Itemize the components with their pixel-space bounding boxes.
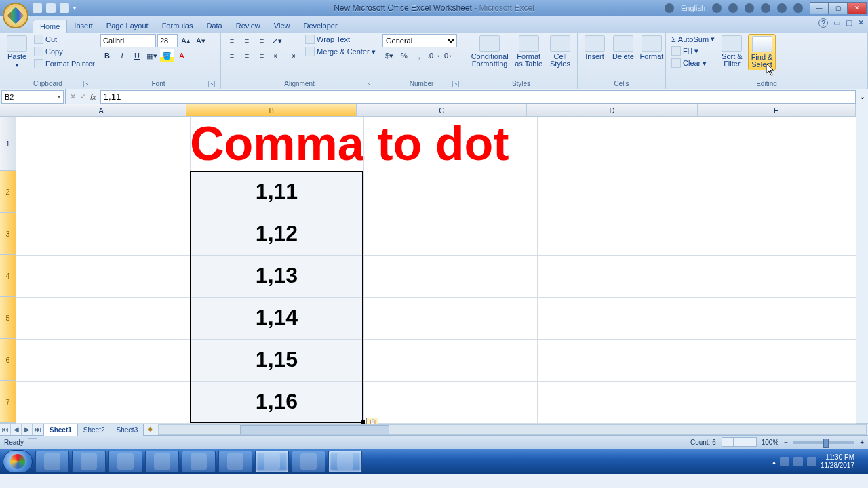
prev-sheet-icon[interactable]: ◀ <box>11 424 22 435</box>
cancel-formula-icon[interactable]: ✕ <box>70 92 76 101</box>
language-label[interactable]: English <box>681 4 705 12</box>
tab-formulas[interactable]: Formulas <box>155 20 200 33</box>
cell-b6[interactable]: 1,15 <box>190 347 363 372</box>
maximize-button[interactable]: ▢ <box>829 2 848 14</box>
taskbar-explorer[interactable] <box>72 451 106 472</box>
format-painter-button[interactable]: Format Painter <box>33 58 96 69</box>
minimize-button[interactable]: — <box>810 2 829 14</box>
row-head-1[interactable]: 1 <box>0 117 16 171</box>
name-box[interactable]: B2▾ <box>1 90 64 104</box>
row-head-7[interactable]: 7 <box>0 381 16 423</box>
first-sheet-icon[interactable]: ⏮ <box>0 424 11 435</box>
clock-icon[interactable] <box>793 3 803 13</box>
close-workbook-icon[interactable]: ✕ <box>858 18 864 28</box>
align-bottom-icon[interactable]: ≡ <box>255 34 269 47</box>
cell-b7[interactable]: 1,16 <box>190 389 363 414</box>
tab-view[interactable]: View <box>267 20 297 33</box>
accounting-format-icon[interactable]: $▾ <box>382 49 396 62</box>
next-sheet-icon[interactable]: ▶ <box>22 424 33 435</box>
number-format-select[interactable]: General <box>382 34 457 47</box>
redo-icon[interactable] <box>60 3 69 13</box>
title-cell[interactable]: Comma to dot <box>190 117 509 171</box>
refresh-icon[interactable] <box>665 3 674 13</box>
volume-icon[interactable] <box>807 457 816 466</box>
select-all-corner[interactable] <box>0 104 16 117</box>
paste-button[interactable]: Paste▾ <box>4 34 30 70</box>
expand-formula-bar-icon[interactable]: ⌄ <box>856 92 868 101</box>
row-head-3[interactable]: 3 <box>0 213 16 255</box>
formula-input[interactable] <box>100 90 856 104</box>
percent-format-icon[interactable]: % <box>397 49 411 62</box>
increase-indent-icon[interactable]: ⇥ <box>285 49 298 62</box>
col-head-E[interactable]: E <box>698 104 856 117</box>
taskbar-mail[interactable] <box>145 451 179 472</box>
system-clock[interactable]: 11:30 PM11/28/2017 <box>821 453 854 470</box>
format-cells-button[interactable]: Format <box>639 34 665 62</box>
col-head-D[interactable]: D <box>527 104 697 117</box>
zoom-level[interactable]: 100% <box>762 439 779 446</box>
row-head-5[interactable]: 5 <box>0 297 16 339</box>
grow-font-icon[interactable]: A▴ <box>179 34 193 47</box>
cut-button[interactable]: Cut <box>33 34 96 45</box>
row-head-4[interactable]: 4 <box>0 255 16 297</box>
show-hidden-icon[interactable]: ▴ <box>772 458 776 466</box>
bold-button[interactable]: B <box>100 49 114 62</box>
align-middle-icon[interactable]: ≡ <box>240 34 254 47</box>
cell-grid[interactable]: Comma to dot 📋1,111,121,131,141,151,16 <box>16 117 856 423</box>
zoom-slider[interactable] <box>793 441 854 444</box>
decrease-decimal-icon[interactable]: .0← <box>442 49 456 62</box>
fill-button[interactable]: Fill ▾ <box>670 45 716 56</box>
border-button[interactable]: ▦▾ <box>145 49 159 62</box>
comma-format-icon[interactable]: , <box>412 49 426 62</box>
vertical-scrollbar[interactable] <box>856 104 868 423</box>
zoom-in-icon[interactable]: + <box>860 439 864 446</box>
format-as-table-button[interactable]: Format as Table <box>513 34 545 69</box>
tab-developer[interactable]: Developer <box>296 20 344 33</box>
row-head-2[interactable]: 2 <box>0 171 16 213</box>
cell-b5[interactable]: 1,14 <box>190 305 363 330</box>
start-button[interactable] <box>3 450 33 473</box>
insert-cells-button[interactable]: Insert <box>582 34 608 62</box>
sheet-tab-sheet3[interactable]: Sheet3 <box>111 424 144 436</box>
battery-icon[interactable] <box>793 457 803 466</box>
help-icon[interactable] <box>728 3 738 13</box>
restore-window-icon[interactable]: ▢ <box>846 18 852 28</box>
autosum-button[interactable]: Σ AutoSum ▾ <box>670 34 716 44</box>
find-select-button[interactable]: Find & Select <box>748 34 776 70</box>
taskbar-excel[interactable] <box>328 451 362 472</box>
enter-formula-icon[interactable]: ✓ <box>80 92 86 101</box>
save-icon[interactable] <box>33 3 42 13</box>
last-sheet-icon[interactable]: ⏭ <box>33 424 43 435</box>
settings-icon[interactable] <box>745 3 754 13</box>
taskbar-ie[interactable] <box>35 451 69 472</box>
network-icon[interactable] <box>780 457 789 466</box>
font-size-input[interactable] <box>157 34 178 47</box>
decrease-indent-icon[interactable]: ⇤ <box>270 49 283 62</box>
taskbar-chrome[interactable] <box>218 451 252 472</box>
col-head-A[interactable]: A <box>16 104 186 117</box>
fx-icon[interactable]: fx <box>90 93 96 101</box>
taskbar-capture[interactable] <box>292 451 326 472</box>
col-head-B[interactable]: B <box>186 104 357 117</box>
cell-b4[interactable]: 1,13 <box>190 263 363 288</box>
sheet-tab-sheet2[interactable]: Sheet2 <box>77 424 111 436</box>
increase-decimal-icon[interactable]: .0→ <box>427 49 441 62</box>
align-left-icon[interactable]: ≡ <box>225 49 239 62</box>
zoom-out-icon[interactable]: − <box>784 439 788 446</box>
tab-insert[interactable]: Insert <box>67 20 100 33</box>
sort-filter-button[interactable]: Sort & Filter <box>719 34 745 69</box>
taskbar-media[interactable] <box>108 451 142 472</box>
underline-button[interactable]: U <box>130 49 144 62</box>
close-button[interactable]: ✕ <box>848 2 867 14</box>
cell-styles-button[interactable]: Cell Styles <box>547 34 573 69</box>
macro-record-icon[interactable] <box>28 438 37 447</box>
taskbar-recorder[interactable] <box>255 451 289 472</box>
cell-b3[interactable]: 1,12 <box>190 221 363 246</box>
sheet-tab-sheet1[interactable]: Sheet1 <box>43 424 78 436</box>
tab-data[interactable]: Data <box>199 20 229 33</box>
delete-cells-button[interactable]: Delete <box>610 34 636 62</box>
orientation-icon[interactable]: ⤢▾ <box>270 34 283 47</box>
copy-button[interactable]: Copy <box>33 46 96 57</box>
horizontal-scrollbar[interactable] <box>158 424 867 435</box>
number-dialog-launcher[interactable]: ↘ <box>452 81 459 87</box>
